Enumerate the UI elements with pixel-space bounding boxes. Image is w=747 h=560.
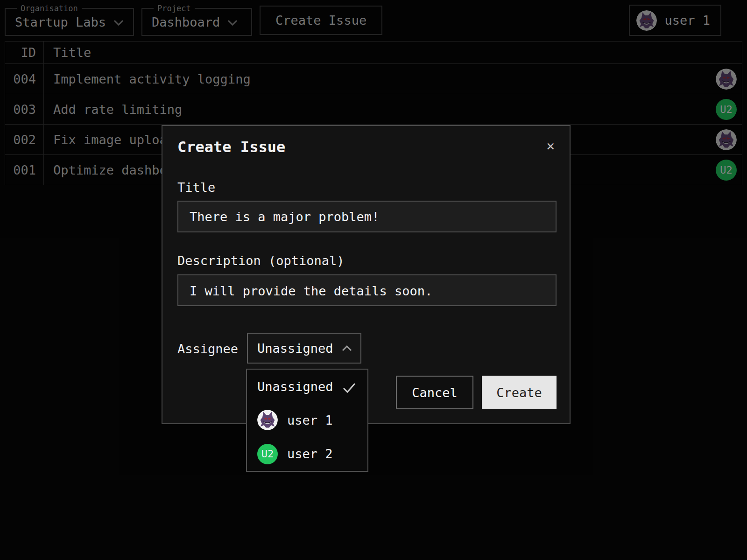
create-button[interactable]: Create — [482, 376, 557, 409]
dropdown-option-user-1[interactable]: user 1 — [247, 403, 367, 437]
option-label: user 2 — [287, 447, 333, 461]
assignee-field-label: Assignee — [177, 342, 238, 356]
dropdown-option-unassigned[interactable]: Unassigned — [247, 370, 367, 403]
description-field-label: Description (optional) — [177, 253, 345, 268]
chevron-up-icon — [342, 345, 352, 351]
dropdown-option-user-2[interactable]: U2 user 2 — [247, 437, 367, 471]
title-field-label: Title — [177, 180, 215, 195]
option-label: user 1 — [287, 413, 333, 427]
close-icon[interactable]: ✕ — [547, 139, 555, 153]
option-label: Unassigned — [257, 379, 333, 394]
assignee-dropdown-panel: Unassigned user 1 U2 user 2 — [246, 369, 368, 472]
title-input[interactable] — [177, 201, 557, 232]
cancel-button[interactable]: Cancel — [396, 376, 473, 409]
modal-title: Create Issue — [177, 138, 285, 156]
description-input[interactable]: I will provide the details soon. — [177, 274, 557, 306]
user-1-avatar — [257, 410, 278, 430]
assignee-selected-value: Unassigned — [257, 341, 333, 356]
check-icon — [343, 381, 356, 392]
user-2-badge: U2 — [257, 444, 278, 464]
assignee-select[interactable]: Unassigned — [247, 333, 361, 364]
